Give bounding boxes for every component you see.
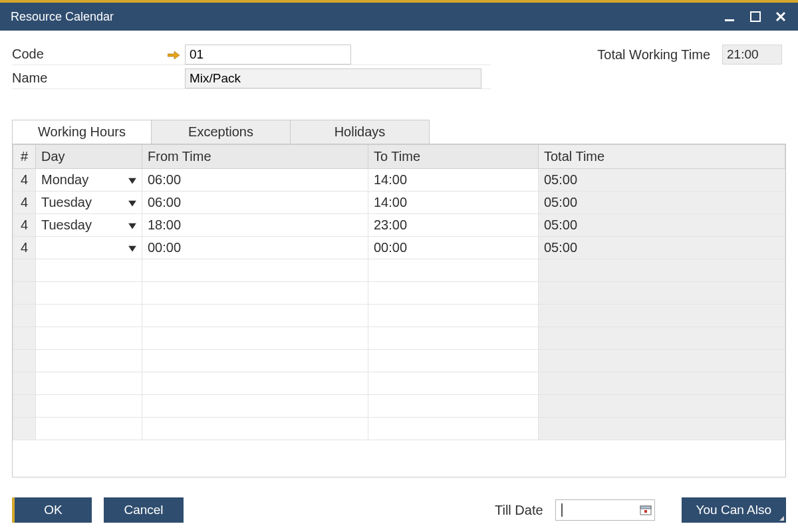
table-row[interactable]: 4Tuesday06:0014:0005:00 <box>13 192 785 214</box>
svg-marker-6 <box>128 200 136 206</box>
chevron-down-icon[interactable] <box>128 172 136 188</box>
table-row[interactable]: 400:0000:0005:00 <box>13 237 785 259</box>
to-cell[interactable]: 14:00 <box>368 192 539 214</box>
code-label: Code <box>12 47 44 62</box>
till-date-label: Till Date <box>495 503 543 518</box>
svg-rect-0 <box>725 19 734 21</box>
row-num: 4 <box>13 169 36 192</box>
svg-rect-10 <box>640 506 651 509</box>
total-cell: 05:00 <box>539 169 785 192</box>
total-working-time-label: Total Working Time <box>597 47 710 63</box>
total-cell: 05:00 <box>539 192 785 214</box>
arrow-right-icon[interactable] <box>168 49 180 61</box>
col-num: # <box>13 145 36 169</box>
svg-rect-1 <box>751 12 760 21</box>
to-cell[interactable]: 23:00 <box>368 214 539 237</box>
svg-marker-8 <box>128 245 136 251</box>
to-cell[interactable]: 00:00 <box>368 237 539 259</box>
table-row[interactable] <box>13 372 785 395</box>
col-total: Total Time <box>539 145 785 169</box>
col-to: To Time <box>368 145 539 169</box>
table-row[interactable] <box>13 327 785 350</box>
table-row[interactable]: 4Tuesday18:0023:0005:00 <box>13 214 785 237</box>
total-working-time-value: 21:00 <box>722 45 782 65</box>
row-num: 4 <box>13 192 36 214</box>
day-cell[interactable] <box>36 237 142 259</box>
table-row[interactable] <box>13 282 785 305</box>
close-icon[interactable] <box>774 10 787 23</box>
code-input[interactable] <box>185 45 351 65</box>
chevron-down-icon[interactable] <box>128 195 136 210</box>
from-cell[interactable]: 00:00 <box>142 237 368 259</box>
table-row[interactable] <box>13 259 785 282</box>
window-title: Resource Calendar <box>11 10 114 24</box>
tab-exceptions[interactable]: Exceptions <box>151 120 291 144</box>
you-can-also-button[interactable]: You Can Also <box>682 497 786 523</box>
working-hours-grid: # Day From Time To Time Total Time 4Mond… <box>13 144 785 440</box>
svg-rect-11 <box>644 510 647 513</box>
name-input[interactable] <box>185 68 481 88</box>
table-row[interactable] <box>13 418 785 440</box>
from-cell[interactable]: 18:00 <box>142 214 368 237</box>
tabstrip: Working Hours Exceptions Holidays <box>12 120 786 144</box>
svg-marker-7 <box>128 223 136 229</box>
table-row[interactable] <box>13 305 785 327</box>
tab-working-hours[interactable]: Working Hours <box>12 120 152 144</box>
day-cell[interactable]: Tuesday <box>36 214 142 237</box>
till-date-input[interactable] <box>555 499 655 521</box>
table-row[interactable]: 4Monday06:0014:0005:00 <box>13 169 785 192</box>
table-row[interactable] <box>13 350 785 372</box>
day-cell[interactable]: Tuesday <box>36 192 142 214</box>
to-cell[interactable]: 14:00 <box>368 169 539 192</box>
svg-marker-4 <box>168 51 180 59</box>
col-from: From Time <box>142 145 368 169</box>
from-cell[interactable]: 06:00 <box>142 192 368 214</box>
table-row[interactable] <box>13 395 785 418</box>
svg-marker-5 <box>128 178 136 184</box>
maximize-icon[interactable] <box>749 10 762 23</box>
row-num: 4 <box>13 214 36 237</box>
ok-button[interactable]: OK <box>12 497 92 523</box>
chevron-down-icon[interactable] <box>128 217 136 233</box>
cancel-button[interactable]: Cancel <box>104 497 184 523</box>
minimize-icon[interactable] <box>724 10 737 23</box>
name-label: Name <box>12 70 47 85</box>
tab-holidays[interactable]: Holidays <box>290 120 430 144</box>
total-cell: 05:00 <box>539 237 785 259</box>
titlebar: Resource Calendar <box>0 3 798 31</box>
day-cell[interactable]: Monday <box>36 169 142 192</box>
from-cell[interactable]: 06:00 <box>142 169 368 192</box>
col-day: Day <box>36 145 142 169</box>
calendar-icon[interactable] <box>640 504 652 516</box>
row-num: 4 <box>13 237 36 259</box>
chevron-down-icon[interactable] <box>128 240 136 255</box>
total-cell: 05:00 <box>539 214 785 237</box>
